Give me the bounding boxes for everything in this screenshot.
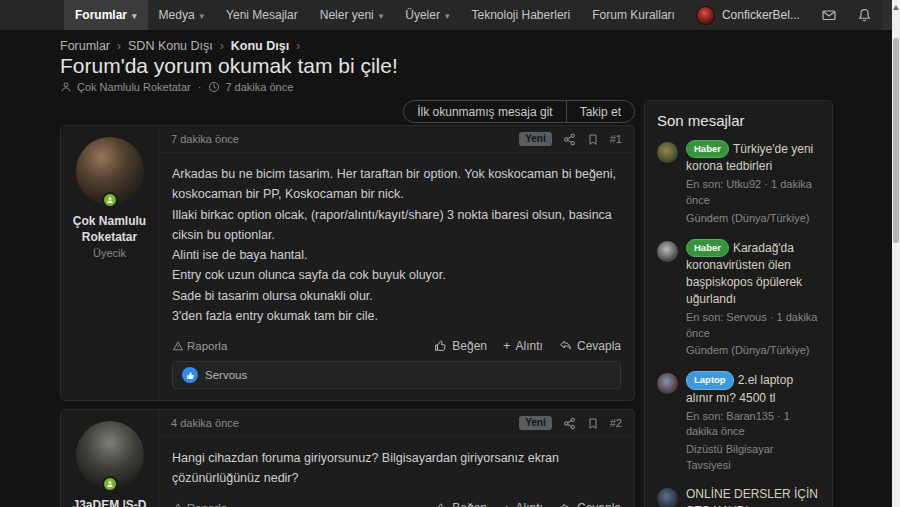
warning-icon xyxy=(172,340,184,352)
thread-time[interactable]: 7 dakika önce xyxy=(225,81,293,93)
chevron-down-icon[interactable] xyxy=(132,8,137,22)
bookmark-button[interactable] xyxy=(587,133,599,146)
post-line: Arkadas bu ne bicim tasarim. Her tarafta… xyxy=(172,164,621,205)
account-menu[interactable]: ConfickerBel... xyxy=(686,0,810,30)
nav-item-forumlar[interactable]: Forumlar xyxy=(64,0,148,30)
avatar[interactable] xyxy=(657,373,678,394)
thread-link[interactable]: ONLİNE DERSLER İÇİN SES KAYDI xyxy=(686,487,818,507)
quote-button[interactable]: Alıntı xyxy=(503,338,543,353)
report-button[interactable]: Raporla xyxy=(172,502,227,507)
sidebar-item-category[interactable]: Dizüstü Bilgisayar Tavsiyesi xyxy=(686,442,820,474)
post-timestamp[interactable]: 7 dakika önce xyxy=(171,133,239,145)
new-badge: Yeni xyxy=(519,416,552,430)
online-status-icon xyxy=(102,476,118,492)
share-icon xyxy=(563,133,576,146)
breadcrumb-sdn-konu-disi[interactable]: SDN Konu Dışı xyxy=(128,39,213,53)
post-header-actions: Yeni #2 xyxy=(519,416,622,430)
mail-icon xyxy=(821,7,837,23)
post-line: Hangi cihazdan foruma giriyorsunuz? Bilg… xyxy=(172,448,621,489)
sidebar-item-title[interactable]: Laptop2.el laptop alınır mı? 4500 tl xyxy=(686,371,820,406)
share-button[interactable] xyxy=(563,417,576,430)
post-body: Arkadas bu ne bicim tasarim. Her tarafta… xyxy=(159,153,634,333)
reply-icon xyxy=(559,339,572,352)
like-reaction-icon xyxy=(182,367,198,383)
post-footer: Raporla Beğen Alıntı Cevapla xyxy=(159,496,634,507)
post-number[interactable]: #2 xyxy=(610,417,622,429)
post-header: 4 dakika önce Yeni #2 xyxy=(159,410,634,437)
nav-item-yeni-mesajlar[interactable]: Yeni Mesajlar xyxy=(215,0,309,30)
nav-item-forum-kurallari[interactable]: Forum Kuralları xyxy=(581,0,686,30)
nav-item-uyeler[interactable]: Üyeler xyxy=(394,0,460,30)
sidebar-item-title[interactable]: ONLİNE DERSLER İÇİN SES KAYDI xyxy=(686,486,820,507)
alerts-button[interactable] xyxy=(848,0,881,30)
page-title: Forum'da yorum okumak tam bi çile! xyxy=(60,54,398,78)
laptop-badge: Laptop xyxy=(686,371,734,389)
thumbs-up-icon xyxy=(434,502,447,507)
quote-label: Alıntı xyxy=(516,339,543,353)
latest-messages-panel: Son mesajlar HaberTürkiye'de yeni korona… xyxy=(644,100,833,507)
sidebar-item-title[interactable]: HaberKaradağ'da koronavirüsten ölen başp… xyxy=(686,239,820,308)
post-header-actions: Yeni #1 xyxy=(519,132,622,146)
post-author-name[interactable]: J3aDEM |S-D xyxy=(66,498,153,507)
breadcrumb-separator: › xyxy=(220,39,224,53)
nav-item-teknoloji-haberleri[interactable]: Teknoloji Haberleri xyxy=(461,0,582,30)
messages-button[interactable] xyxy=(812,0,846,30)
chevron-down-icon[interactable] xyxy=(200,8,205,22)
avatar[interactable] xyxy=(76,421,144,489)
nav-item-label: Forum Kuralları xyxy=(592,8,675,22)
post-content-cell: 4 dakika önce Yeni #2 Hangi cihazdan for… xyxy=(159,410,634,507)
bookmark-button[interactable] xyxy=(587,417,599,430)
post-user-cell: Çok Namlulu Roketatar Üyecik xyxy=(61,126,159,400)
sidebar-item-text: HaberKaradağ'da koronavirüsten ölen başp… xyxy=(686,239,820,360)
post-line: 3'den fazla entry okumak tam bir cile. xyxy=(172,306,621,326)
list-item: HaberTürkiye'de yeni korona tedbirleri E… xyxy=(657,140,820,227)
post-number[interactable]: #1 xyxy=(610,133,622,145)
online-status-icon xyxy=(102,192,118,208)
post-author-name[interactable]: Çok Namlulu Roketatar xyxy=(66,214,153,245)
breadcrumb: Forumlar › SDN Konu Dışı › Konu Dışı › xyxy=(60,39,300,53)
post-body: Hangi cihazdan foruma giriyorsunuz? Bilg… xyxy=(159,437,634,496)
thread-author[interactable]: Çok Namlulu Roketatar xyxy=(77,81,191,93)
warning-icon xyxy=(172,502,184,507)
follow-button[interactable]: Takip et xyxy=(566,101,634,122)
bell-icon xyxy=(857,7,872,23)
first-unread-button[interactable]: İlk okunmamış mesaja git xyxy=(404,101,565,122)
report-label: Raporla xyxy=(187,502,227,507)
bookmark-icon xyxy=(587,417,599,430)
reply-label: Cevapla xyxy=(577,339,621,353)
sidebar-item-title[interactable]: HaberTürkiye'de yeni korona tedbirleri xyxy=(686,140,820,175)
like-button[interactable]: Beğen xyxy=(434,501,487,507)
nav-item-medya[interactable]: Medya xyxy=(148,0,216,30)
sidebar-item-category[interactable]: Gündem (Dünya/Türkiye) xyxy=(686,211,820,227)
chevron-down-icon[interactable] xyxy=(445,8,450,22)
report-button[interactable]: Raporla xyxy=(172,340,227,352)
chevron-down-icon[interactable] xyxy=(379,8,384,22)
report-label: Raporla xyxy=(187,340,227,352)
nav-item-label: Üyeler xyxy=(405,8,440,22)
sidebar-item-category[interactable]: Gündem (Dünya/Türkiye) xyxy=(686,343,820,359)
haber-badge: Haber xyxy=(686,140,729,158)
sidebar-item-text: Laptop2.el laptop alınır mı? 4500 tl En … xyxy=(686,371,820,474)
nav-item-label: Neler yeni xyxy=(320,8,374,22)
quote-button[interactable]: Alıntı xyxy=(503,501,543,507)
like-button[interactable]: Beğen xyxy=(434,339,487,353)
avatar[interactable] xyxy=(657,241,678,262)
avatar[interactable] xyxy=(657,488,678,507)
avatar[interactable] xyxy=(657,142,678,163)
thread-actions: İlk okunmamış mesaja git Takip et xyxy=(60,100,635,123)
scroll-up-icon[interactable] xyxy=(893,5,899,10)
reactions-bar[interactable]: Servous xyxy=(172,361,621,389)
reply-button[interactable]: Cevapla xyxy=(559,339,621,353)
avatar[interactable] xyxy=(76,137,144,205)
reaction-users[interactable]: Servous xyxy=(205,369,247,381)
scrollbar-thumb[interactable] xyxy=(893,38,899,243)
reply-button[interactable]: Cevapla xyxy=(559,501,621,507)
nav-item-label: Yeni Mesajlar xyxy=(226,8,298,22)
breadcrumb-konu-disi[interactable]: Konu Dışı xyxy=(231,39,289,53)
plus-icon xyxy=(503,338,511,353)
share-button[interactable] xyxy=(563,133,576,146)
post-timestamp[interactable]: 4 dakika önce xyxy=(171,417,239,429)
nav-item-neler-yeni[interactable]: Neler yeni xyxy=(309,0,395,30)
breadcrumb-forumlar[interactable]: Forumlar xyxy=(60,39,110,53)
scrollbar[interactable] xyxy=(892,0,900,507)
